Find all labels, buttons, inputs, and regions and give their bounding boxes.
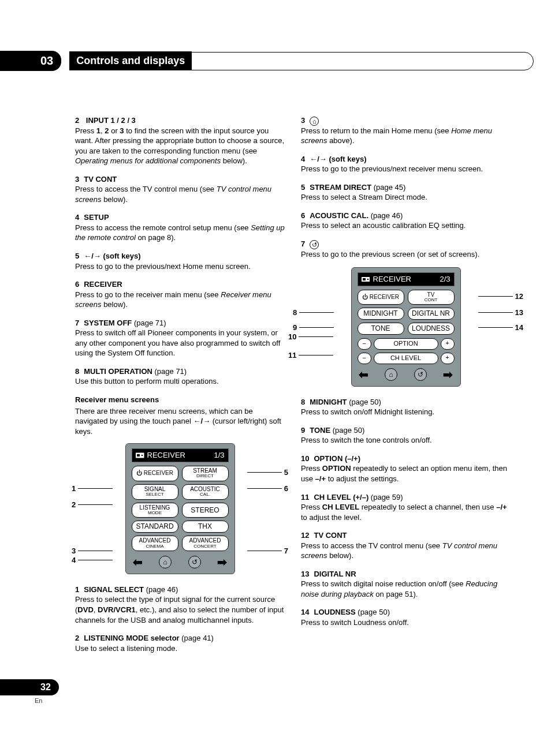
nav-right-icon[interactable]: ➡ [443, 367, 453, 383]
btn-chlevel-minus[interactable]: – [358, 353, 371, 364]
btn-option[interactable]: OPTION [374, 338, 438, 350]
item-digitalnr: 13DIGITAL NR Press to switch digital noi… [301, 569, 511, 600]
page-ref: (page 41) [180, 634, 214, 642]
remote-title: RECEIVER [373, 274, 411, 285]
item-number: 6 [301, 211, 305, 220]
text: Press to access the TV control menu (see [301, 541, 442, 550]
btn-tv-cont[interactable]: TVCONT [408, 290, 455, 305]
bold: DVR/VCR1 [98, 605, 136, 614]
callout-3: 3 [72, 546, 113, 556]
nav-left-icon[interactable]: ⬅ [133, 555, 143, 570]
page-ref: (page 50) [347, 398, 381, 406]
btn-acoustic-cal[interactable]: ACOUSTICCAL. [182, 484, 229, 500]
item-number: 5 [75, 252, 79, 260]
item-body: Press to access the TV control menu (see… [301, 541, 511, 561]
btn-loudness[interactable]: LOUDNESS [408, 323, 455, 335]
btn-receiver-power[interactable]: ⏻ RECEIVER [132, 466, 178, 481]
item-body: Press to switch digital noise reduction … [301, 579, 511, 599]
remote-nav-row: ⬅ ⌂ ↺ ➡ [132, 555, 229, 570]
remote-title: RECEIVER [147, 450, 185, 461]
item-acoustic-cal: 6ACOUSTIC CAL. (page 46) Press to select… [301, 211, 511, 231]
callout-10: 10 [288, 332, 333, 342]
remote-title-row: RECEIVER 1/3 [132, 448, 229, 462]
item-title: DIGITAL NR [314, 570, 356, 578]
btn-advanced-concert[interactable]: ADVANCEDCONCERT [182, 536, 229, 551]
item-input123: 2 INPUT 1 / 2 / 3 Press 1, 2 or 3 to fin… [75, 115, 285, 166]
item-tvcont-right: 12TV CONT Press to access the TV control… [301, 530, 511, 561]
item-title: TV CONT [84, 175, 117, 184]
page-ref: (page 45) [371, 183, 405, 192]
receiver-icon: RECEIVER [136, 450, 185, 461]
callout-2: 2 [72, 500, 113, 510]
remote-figure-1: 1 2 3 4 5 6 7 RECEIVER 1/3 ⏻ RECEIVER ST… [75, 443, 285, 574]
item-body: Press to access the TV control menu (see… [75, 184, 285, 204]
callout-5: 5 [247, 467, 288, 478]
item-softkeys-right: 4←/→ (soft keys) Press to go to the prev… [301, 154, 511, 174]
remote-title-row: RECEIVER 2/3 [358, 272, 455, 286]
btn-receiver-power[interactable]: ⏻ RECEIVER [358, 290, 404, 305]
btn-thx[interactable]: THX [182, 521, 229, 533]
home-icon[interactable]: ⌂ [159, 556, 172, 568]
btn-chlevel[interactable]: CH LEVEL [374, 353, 438, 364]
remote-figure-2: 8 9 10 11 12 13 14 RECEIVER 2/3 ⏻ RECEIV… [301, 267, 511, 387]
arrows-icon: ←/→ [84, 252, 101, 260]
item-number: 8 [301, 398, 305, 406]
chapter-title-wrap: Controls and displays [69, 52, 534, 70]
text: to adjust the level. [301, 513, 362, 522]
home-icon[interactable]: ⌂ [385, 368, 397, 381]
btn-midnight[interactable]: MIDNIGHT [358, 308, 404, 320]
callout-1: 1 [72, 484, 113, 494]
item-body: Use to select a listening mode. [75, 643, 285, 654]
item-body: Press 1, 2 or 3 to find the screen with … [75, 126, 285, 166]
item-back: 7↺ Press to go to the previous screen (o… [301, 239, 511, 259]
item-title: (soft keys) [101, 252, 141, 260]
text: Press [301, 503, 322, 511]
page-ref: (page 71) [152, 367, 187, 376]
text: on page 8). [136, 233, 176, 242]
back-icon[interactable]: ↺ [188, 556, 201, 568]
item-body: Press OPTION repeatedly to select an opt… [301, 463, 511, 484]
item-systemoff: 7SYSTEM OFF (page 71) Press to switch of… [75, 318, 285, 358]
bold: 2 [105, 126, 109, 135]
btn-advanced-cinema[interactable]: ADVANCEDCINEMA [132, 536, 178, 551]
btn-option-plus[interactable]: + [441, 338, 455, 350]
btn-tone[interactable]: TONE [358, 323, 404, 335]
item-number: 2 [75, 634, 79, 642]
item-title: SYSTEM OFF [84, 319, 132, 327]
text: above). [327, 136, 355, 145]
bold: –/+ [315, 474, 326, 483]
callout-7: 7 [247, 546, 288, 556]
item-body: Press to return to the main Home menu (s… [301, 126, 511, 146]
btn-chlevel-plus[interactable]: + [441, 353, 455, 364]
item-number: 13 [301, 570, 309, 578]
item-title: CH LEVEL (+/–) [314, 493, 368, 501]
item-body: Press to go to the previous/next receive… [301, 164, 511, 174]
btn-standard[interactable]: STANDARD [132, 521, 178, 533]
back-icon[interactable]: ↺ [414, 368, 427, 381]
page-ref: (page 71) [132, 319, 166, 327]
nav-left-icon[interactable]: ⬅ [359, 367, 368, 383]
item-body: Press to switch Loudness on/off. [301, 617, 511, 628]
item-body: Press to go to the receiver main menu (s… [75, 290, 285, 310]
callout-8: 8 [293, 308, 334, 318]
item-body: Press to select an acoustic calibration … [301, 220, 511, 231]
btn-option-minus[interactable]: – [358, 338, 371, 350]
item-number: 4 [75, 213, 79, 222]
text: Press to access the remote control setup… [75, 223, 251, 232]
section-body: There are three receiver menu screens, w… [75, 406, 285, 437]
item-number: 8 [75, 367, 79, 376]
remote-screen-2: RECEIVER 2/3 ⏻ RECEIVER TVCONT MIDNIGHT … [351, 267, 461, 387]
item-number: 3 [75, 175, 79, 184]
text: below). [102, 300, 128, 309]
btn-stereo[interactable]: STEREO [182, 503, 229, 518]
home-icon: ⌂ [310, 117, 319, 126]
item-signal-select: 1SIGNAL SELECT (page 46) Press to select… [75, 585, 285, 625]
item-number: 3 [301, 116, 305, 125]
btn-listening-mode[interactable]: LISTENINGMODE [132, 503, 178, 518]
btn-stream-direct[interactable]: STREAMDIRECT [182, 466, 229, 481]
btn-digital-nr[interactable]: DIGITAL NR [408, 308, 455, 320]
nav-right-icon[interactable]: ➡ [217, 555, 227, 570]
btn-signal-select[interactable]: SIGNALSELECT [132, 484, 178, 500]
item-chlevel: 11CH LEVEL (+/–) (page 59) Press CH LEVE… [301, 492, 511, 523]
item-number: 9 [301, 426, 305, 435]
